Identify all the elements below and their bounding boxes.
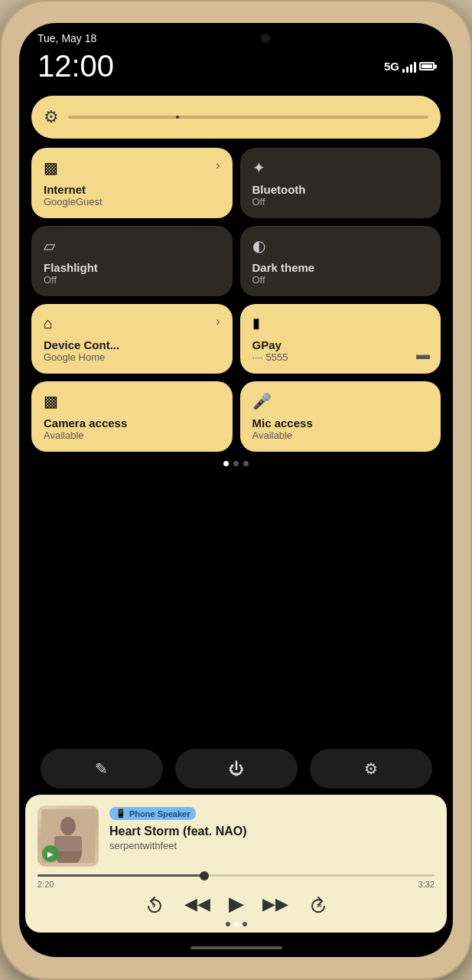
tile-flashlight[interactable]: ▱ Flashlight Off <box>31 226 233 296</box>
tile-bluetooth-header: ✦ <box>252 158 429 177</box>
tile-bluetooth-subtitle: Off <box>252 196 429 207</box>
progress-track[interactable] <box>37 874 435 877</box>
tile-bluetooth-title: Bluetooth <box>252 183 429 196</box>
tile-flashlight-subtitle: Off <box>44 274 220 286</box>
dot-2 <box>233 461 239 466</box>
play-button[interactable]: ▶ <box>229 892 244 916</box>
progress-fill <box>37 874 204 877</box>
settings-button[interactable]: ⚙ <box>310 749 432 789</box>
tile-gpay[interactable]: ▮ GPay ···· 5555 ▬ <box>240 304 441 374</box>
media-title: Heart Storm (feat. NAO) <box>109 825 435 838</box>
tile-flashlight-header: ▱ <box>44 237 220 255</box>
tile-internet-title: Internet <box>44 183 220 196</box>
skip-prev-button[interactable]: ◀◀ <box>184 894 210 914</box>
forward30-button[interactable]: 30 <box>307 893 330 916</box>
tile-mic-header: 🎤 <box>252 392 429 410</box>
media-top: ▶ 📱 Phone Speaker Heart Storm (feat. NAO… <box>37 805 435 867</box>
replay5-icon: 5 <box>145 894 164 914</box>
svg-point-1 <box>60 817 76 835</box>
camera-notch <box>261 34 270 43</box>
time-labels: 2:20 3:32 <box>37 880 435 889</box>
tile-dark-theme-subtitle: Off <box>252 274 429 286</box>
settings-icon: ⚙ <box>364 760 378 778</box>
brightness-icon: ⚙ <box>44 107 59 127</box>
svg-text:5: 5 <box>152 903 155 908</box>
tile-dark-theme-header: ◐ <box>252 237 429 255</box>
edit-icon: ✎ <box>95 760 108 778</box>
tile-flashlight-title: Flashlight <box>44 261 220 274</box>
home-bar <box>190 946 282 949</box>
current-time: 2:20 <box>37 880 54 889</box>
battery-fill <box>422 64 432 68</box>
tile-device-controls[interactable]: ⌂ › Device Cont... Google Home <box>31 304 233 374</box>
bar1 <box>402 69 405 73</box>
home-icon: ⌂ <box>44 315 53 332</box>
quick-settings: ⚙ ▩ › Internet GoogleGuest <box>19 90 453 743</box>
tile-mic-title: Mic access <box>252 416 429 430</box>
power-button[interactable]: ⏻ <box>175 749 298 789</box>
phone-speaker-icon: 📱 <box>116 808 126 818</box>
dot-3 <box>243 461 249 466</box>
media-dot-1 <box>226 922 230 926</box>
media-dot-3 <box>243 922 247 926</box>
skip-next-button[interactable]: ▶▶ <box>262 894 288 914</box>
media-dot-2 <box>234 922 239 926</box>
tile-internet-subtitle: GoogleGuest <box>44 196 220 207</box>
bluetooth-icon: ✦ <box>252 158 265 177</box>
home-indicator <box>19 939 453 957</box>
page-dots <box>31 461 441 466</box>
status-icons: 5G <box>384 60 435 73</box>
tile-camera-header: ▩ <box>44 392 220 410</box>
tile-dark-theme[interactable]: ◐ Dark theme Off <box>240 226 441 296</box>
tile-device-controls-subtitle: Google Home <box>44 351 220 363</box>
tile-dark-theme-title: Dark theme <box>252 261 429 274</box>
tile-internet-arrow: › <box>216 158 220 172</box>
network-label: 5G <box>384 60 399 73</box>
bottom-buttons: ✎ ⏻ ⚙ <box>19 749 453 789</box>
media-controls: 5 ◀◀ ▶ ▶▶ 30 <box>37 892 435 916</box>
edit-button[interactable]: ✎ <box>41 749 163 789</box>
clock: 12:00 <box>37 49 114 83</box>
tiles-grid: ▩ › Internet GoogleGuest ✦ Bluetooth <box>31 148 441 452</box>
total-time: 3:32 <box>418 880 435 889</box>
brightness-slider[interactable] <box>68 116 428 119</box>
tile-internet[interactable]: ▩ › Internet GoogleGuest <box>31 148 233 218</box>
replay5-button[interactable]: 5 <box>143 893 166 916</box>
progress-thumb <box>200 871 209 880</box>
bar4 <box>414 62 416 73</box>
tile-gpay-header: ▮ <box>252 315 429 332</box>
card-icon: ▮ <box>252 315 260 332</box>
svg-rect-3 <box>54 836 82 851</box>
time-row: 12:00 5G <box>19 47 453 90</box>
media-artist: serpentwithfeet <box>109 840 435 851</box>
tile-camera-access[interactable]: ▩ Camera access Available <box>31 381 233 452</box>
svg-text:30: 30 <box>316 903 321 908</box>
media-progress-area[interactable]: 2:20 3:32 <box>37 874 435 889</box>
tile-gpay-title: GPay <box>252 338 429 351</box>
battery-icon <box>419 62 435 70</box>
tile-camera-subtitle: Available <box>44 430 220 441</box>
tile-mic-access[interactable]: 🎤 Mic access Available <box>240 381 441 452</box>
mic-icon: 🎤 <box>252 392 272 410</box>
phone-screen: Tue, May 18 12:00 5G <box>19 23 453 957</box>
flashlight-icon: ▱ <box>44 237 55 255</box>
media-source-badge: 📱 Phone Speaker <box>109 807 196 820</box>
tile-gpay-subtitle: ···· 5555 <box>252 351 429 363</box>
tile-camera-title: Camera access <box>44 416 220 430</box>
wifi-icon: ▩ <box>44 158 58 177</box>
brightness-row[interactable]: ⚙ <box>31 96 441 139</box>
phone-outer: Tue, May 18 12:00 5G <box>0 0 472 980</box>
tile-device-controls-header: ⌂ › <box>44 315 220 332</box>
bar3 <box>410 64 412 73</box>
brightness-thumb <box>176 116 179 119</box>
status-date: Tue, May 18 <box>37 32 96 44</box>
status-bar: Tue, May 18 <box>19 23 453 47</box>
media-dots <box>37 922 435 926</box>
play-overlay-icon: ▶ <box>42 845 59 862</box>
contrast-icon: ◐ <box>252 237 265 255</box>
tile-bluetooth[interactable]: ✦ Bluetooth Off <box>240 148 441 218</box>
tile-device-controls-arrow: › <box>216 315 220 328</box>
media-info: 📱 Phone Speaker Heart Storm (feat. NAO) … <box>109 805 435 851</box>
media-player: ▶ 📱 Phone Speaker Heart Storm (feat. NAO… <box>25 795 447 933</box>
signal-bars-icon <box>402 60 416 73</box>
